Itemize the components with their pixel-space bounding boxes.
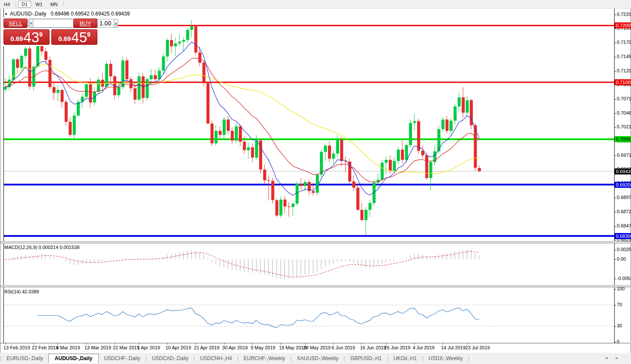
tab-usdcad-daily[interactable]: USDCAD-,Daily: [147, 354, 194, 363]
tab-usdcnh-h4[interactable]: USDCNH-,H4: [195, 354, 237, 363]
axis-tick-mark: [614, 250, 616, 250]
date-tick-mark: [34, 343, 34, 345]
price-tick-label: 0.70215: [617, 124, 631, 129]
date-label: 22 Mar 2019: [113, 345, 140, 350]
axis-tick-mark: [614, 289, 616, 289]
tab-scroll-arrows[interactable]: ◄►: [604, 356, 626, 360]
axis-tick-mark: [614, 259, 616, 260]
macd-tick-label: -0.005234: [617, 276, 631, 281]
ohlc-values: 0.69496 0.69542 0.69425 0.69439: [51, 11, 130, 17]
axis-tick-mark: [614, 127, 616, 128]
toolbar-separator: [63, 1, 64, 7]
price-tick-label: 0.71205: [617, 68, 631, 73]
macd-tick-label: 0.002522: [617, 247, 631, 252]
date-tick-mark: [224, 343, 225, 345]
axis-tick-mark: [614, 15, 616, 15]
tab-xauusd-weekly[interactable]: XAUUSD-,Weekly: [292, 354, 344, 363]
date-label: 28 May 2019: [303, 345, 331, 350]
macd-splitter[interactable]: [0, 241, 630, 243]
axis-tick-mark: [614, 28, 616, 29]
tab-usdchf-daily[interactable]: USDCHF-,Daily: [99, 354, 145, 363]
buy-button[interactable]: BUY: [73, 19, 97, 28]
date-tick-mark: [414, 343, 415, 345]
date-tick-mark: [86, 343, 87, 345]
axis-tick-mark: [614, 212, 616, 212]
axis-tick-mark: [614, 71, 616, 72]
date-label: 19 May 2019: [279, 345, 306, 350]
tab-separator: |: [468, 355, 469, 361]
sell-price-display[interactable]: 0.69 43 9: [3, 29, 50, 45]
date-label: 4 Jul 2019: [412, 345, 434, 350]
rsi-splitter[interactable]: [0, 285, 630, 287]
timeframe-button-w1[interactable]: W1: [32, 1, 46, 8]
date-tick-mark: [58, 343, 58, 345]
axis-tick-mark: [614, 305, 616, 305]
mt4-window: H4D1W1MN ▲AUDUSD-,Daily0.69496 0.69542 0…: [0, 0, 631, 364]
date-tick-mark: [252, 343, 253, 345]
volume-control: ▼ ▲: [28, 19, 72, 28]
buy-price-pips: 45: [71, 30, 87, 44]
volume-increase-button[interactable]: ▲: [114, 19, 118, 28]
axis-tick-mark: [614, 279, 616, 279]
macd-label: MACD(12,26,9) 0.000214 0.001538: [4, 245, 79, 250]
sell-price-pips: 43: [23, 30, 39, 44]
date-label: 30 Apr 2019: [222, 345, 248, 350]
tab-gbpusd-h1[interactable]: GBPUSD-,H1: [345, 354, 387, 363]
axis-tick-mark: [614, 99, 616, 100]
chart-tab-bar: ◄► |EURUSD-,DailyAUDUSD-,DailyUSDCHF-,Da…: [0, 353, 631, 364]
timeframe-button-mn[interactable]: MN: [47, 1, 61, 8]
price-badge: 0.72005: [615, 22, 631, 28]
price-badge: 0.68300: [615, 233, 631, 239]
axis-tick-mark: [614, 156, 616, 156]
date-tick-mark: [386, 343, 387, 345]
macd-tick-label: 0.00: [617, 256, 626, 261]
trade-controls-row: SELL ▼ ▲ BUY: [3, 19, 98, 29]
date-tick-mark: [333, 343, 334, 345]
date-tick-mark: [443, 343, 443, 345]
sell-button[interactable]: SELL: [3, 19, 28, 28]
tab-usdx-weekly[interactable]: USDX-,Weekly: [423, 354, 468, 363]
price-tick-label: 0.71455: [617, 54, 631, 59]
price-tick-label: 0.68475: [617, 223, 631, 228]
chart-window-frame: [0, 8, 631, 353]
date-label: 25 Jun 2019: [384, 345, 411, 350]
timeframe-toolbar: H4D1W1MN: [0, 0, 631, 9]
buy-price-point: 9: [87, 31, 91, 38]
date-label: 4 Mar 2019: [56, 345, 80, 350]
date-tick-mark: [115, 343, 115, 345]
tab-eurchf-weekly[interactable]: EURCHF-,Weekly: [238, 354, 290, 363]
timeframe-button-h4[interactable]: H4: [0, 1, 13, 8]
sell-price-point: 9: [39, 31, 43, 38]
price-badge: 0.69439: [615, 168, 631, 174]
axis-tick-mark: [614, 326, 616, 327]
volume-decrease-button[interactable]: ▼: [29, 19, 33, 28]
date-label: 23 Jul 2019: [465, 345, 490, 350]
toolbar-separator: [16, 1, 16, 7]
buy-price-display[interactable]: 0.69 45 9: [51, 29, 97, 45]
rsi-tick-label: 70: [617, 302, 622, 307]
timeframe-button-d1[interactable]: D1: [18, 1, 31, 8]
date-tick-mark: [167, 343, 168, 345]
date-tick-mark: [196, 343, 196, 345]
date-label: 10 Apr 2019: [166, 345, 191, 350]
tab-ukoil-h1[interactable]: UKOil-,H1: [388, 354, 422, 363]
tab-audusd-daily[interactable]: AUDUSD-,Daily: [48, 354, 99, 363]
plot-left-border: [3, 9, 4, 343]
collapse-trade-panel-icon[interactable]: ▲: [4, 12, 8, 16]
rsi-tick-label: 100: [617, 286, 625, 291]
price-badge: 0.71005: [615, 79, 631, 85]
tab-eurusd-daily[interactable]: EURUSD-,Daily: [1, 354, 48, 363]
price-badge: 0.69204: [615, 182, 631, 188]
symbol-period-label: AUDUSD-,Daily: [10, 11, 47, 17]
date-label: 9 May 2019: [250, 345, 275, 350]
price-tick-label: 0.71705: [617, 40, 631, 45]
buy-price-base: 0.69: [58, 35, 71, 42]
date-label: 21 Apr 2019: [194, 345, 219, 350]
sell-price-base: 0.69: [10, 35, 23, 42]
date-tick-mark: [362, 343, 362, 345]
date-label: 1 Apr 2019: [137, 345, 160, 350]
panel-bottom-border: [0, 343, 630, 343]
date-label: 16 Jun 2019: [360, 345, 386, 350]
axis-tick-mark: [614, 240, 616, 240]
price-tick-label: 0.72200: [617, 12, 631, 17]
